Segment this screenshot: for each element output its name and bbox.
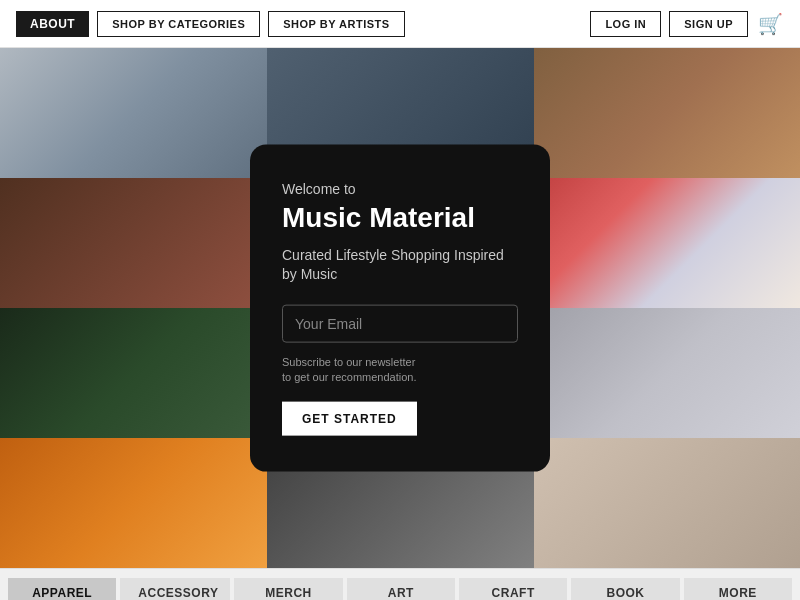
category-button-accessory[interactable]: ACCESSORY	[120, 578, 230, 601]
category-button-merch[interactable]: MERCH	[234, 578, 342, 601]
about-button[interactable]: ABOUT	[16, 11, 89, 37]
modal-note: Subscribe to our newsletter to get our r…	[282, 355, 518, 386]
navbar-right: LOG IN SIGN UP 🛒	[590, 10, 784, 38]
navbar-left: ABOUT SHOP BY CATEGORIES SHOP BY ARTISTS	[16, 11, 405, 37]
photo-cell-musician	[0, 178, 267, 308]
photo-cell-feet	[534, 48, 800, 178]
photo-cell-legs	[0, 48, 267, 178]
photo-cell-warm	[0, 438, 267, 568]
photo-cell-christmas	[534, 178, 800, 308]
category-button-art[interactable]: ART	[347, 578, 455, 601]
photo-cell-portrait	[534, 438, 800, 568]
email-input[interactable]	[282, 305, 518, 343]
get-started-button[interactable]: GET STARTED	[282, 401, 417, 435]
shop-categories-button[interactable]: SHOP BY CATEGORIES	[97, 11, 260, 37]
cart-icon[interactable]: 🛒	[756, 10, 784, 38]
photo-cell-fashion	[0, 308, 267, 438]
modal-title: Music Material	[282, 203, 518, 234]
login-button[interactable]: LOG IN	[590, 11, 661, 37]
category-bar: APPARELACCESSORYMERCHARTCRAFTBOOKMORE	[0, 568, 800, 600]
category-button-book[interactable]: BOOK	[571, 578, 679, 601]
category-button-craft[interactable]: CRAFT	[459, 578, 567, 601]
modal-subtitle: Curated Lifestyle Shopping Inspired by M…	[282, 245, 518, 284]
navbar: ABOUT SHOP BY CATEGORIES SHOP BY ARTISTS…	[0, 0, 800, 48]
hero-section: Welcome to Music Material Curated Lifest…	[0, 48, 800, 568]
category-button-more[interactable]: MORE	[684, 578, 792, 601]
signup-modal: Welcome to Music Material Curated Lifest…	[250, 145, 550, 472]
photo-cell-hands	[534, 308, 800, 438]
shop-artists-button[interactable]: SHOP BY ARTISTS	[268, 11, 404, 37]
category-button-apparel[interactable]: APPAREL	[8, 578, 116, 601]
signup-button[interactable]: SIGN UP	[669, 11, 748, 37]
modal-welcome-text: Welcome to	[282, 181, 518, 197]
